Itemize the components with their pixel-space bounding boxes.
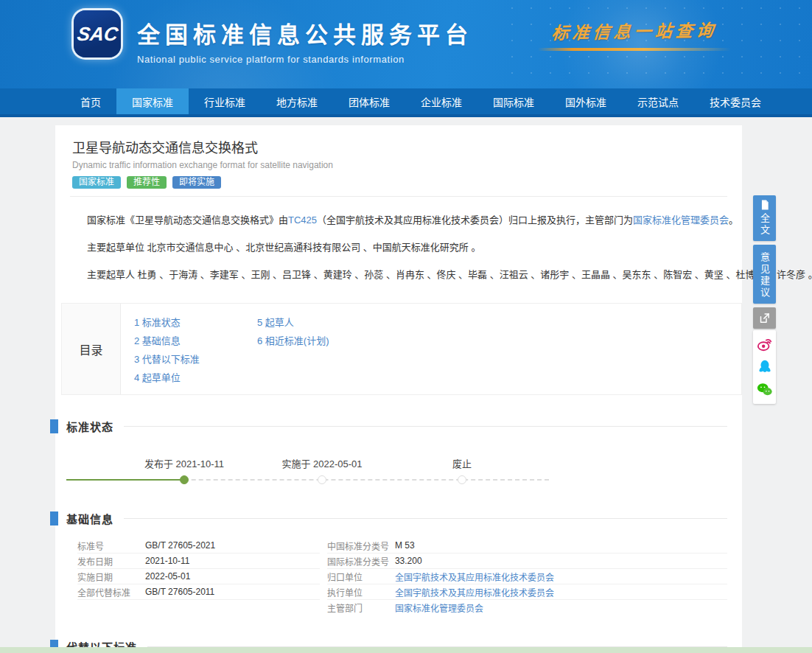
table-of-contents: 目录 1 标准状态 2 基础信息 3 代替以下标准 4 起草单位 5 起草人 6…	[61, 303, 742, 395]
section-marker	[50, 419, 58, 433]
toc-item-status[interactable]: 1 标准状态	[134, 313, 257, 332]
table-row: 执行单位 全国宇航技术及其应用标准化技术委员会	[327, 584, 727, 600]
section-basic-header: 基础信息	[50, 511, 727, 526]
table-row-empty	[77, 600, 320, 615]
toc-links: 1 标准状态 2 基础信息 3 代替以下标准 4 起草单位 5 起草人 6 相近…	[121, 304, 741, 394]
section-header-line	[124, 426, 727, 427]
p1-text-end: 。	[729, 214, 738, 226]
standard-detail-card: 卫星导航动态交通信息交换格式 Dynamic traffic informati…	[55, 125, 742, 653]
basic-info-right-table: 中国标准分类号 M 53 国际标准分类号 33.200 归口单位 全国宇航技术及…	[327, 538, 727, 615]
toc-column-1: 1 标准状态 2 基础信息 3 代替以下标准 4 起草单位	[134, 313, 257, 387]
table-row: 国际标准分类号 33.200	[327, 554, 727, 569]
competent-department-link[interactable]: 国家标准化管理委员会	[395, 601, 483, 614]
document-icon	[760, 200, 770, 210]
site-titles: 全国标准信息公共服务平台 National public service pla…	[137, 16, 473, 65]
centralized-unit-link[interactable]: 全国宇航技术及其应用标准化技术委员会	[395, 570, 554, 583]
toc-item-drafters[interactable]: 5 起草人	[257, 313, 329, 332]
section-basic-title: 基础信息	[66, 511, 113, 526]
feedback-label: 意见建议	[757, 252, 771, 299]
intro-paragraph-1: 国家标准《卫星导航动态交通信息交换格式》由TC425（全国宇航技术及其应用标准化…	[70, 212, 727, 226]
nav-item-technical-committees[interactable]: 技术委员会	[694, 88, 777, 114]
site-title: 全国标准信息公共服务平台	[137, 16, 473, 49]
nav-bottom-strip	[0, 114, 812, 117]
section-status-title: 标准状态	[66, 419, 113, 434]
toc-item-replaces[interactable]: 3 代替以下标准	[134, 350, 257, 369]
page: SAC 全国标准信息公共服务平台 National public service…	[0, 0, 812, 653]
table-row: 归口单位 全国宇航技术及其应用标准化技术委员会	[327, 569, 727, 584]
timeline-label-abolished: 废止	[396, 456, 528, 470]
slogan-underline	[538, 48, 731, 51]
row-label: 标准号	[77, 539, 145, 552]
section-status-header: 标准状态	[50, 419, 727, 434]
tc425-link[interactable]: TC425	[288, 214, 317, 226]
toc-label: 目录	[62, 304, 121, 394]
logo-text: SAC	[75, 23, 119, 46]
main-nav: 首页 国家标准 行业标准 地方标准 团体标准 企业标准 国际标准 国外标准 示范…	[0, 88, 812, 114]
row-value: GB/T 27605-2011	[145, 587, 214, 597]
intro-paragraph-drafters: 主要起草人 杜勇 、于海涛 、李建军 、王刚 、吕卫锋 、黄建玲 、孙蕊 、肖冉…	[70, 267, 727, 281]
toc-item-basic-info[interactable]: 2 基础信息	[134, 332, 257, 350]
share-icon	[759, 312, 770, 324]
section-header-line	[124, 518, 727, 519]
table-row: 发布日期 2021-10-11	[77, 554, 320, 569]
weibo-icon[interactable]	[757, 336, 773, 352]
site-subtitle: National public service platform for sta…	[137, 54, 473, 65]
nav-item-international-standards[interactable]: 国际标准	[477, 88, 550, 114]
timeline-label-implemented: 实施于 2022-05-01	[256, 456, 388, 470]
row-value: 33.200	[395, 556, 422, 566]
share-button[interactable]	[753, 307, 776, 329]
status-timeline: 发布于 2021-10-11 实施于 2022-05-01 废止	[66, 452, 553, 487]
row-value: 2022-05-01	[145, 571, 190, 582]
p1-text-mid: （全国宇航技术及其应用标准化技术委员会）归口上报及执行，主管部门为	[317, 214, 633, 226]
basic-info-left-table: 标准号 GB/T 27605-2021 发布日期 2021-10-11 实施日期…	[77, 538, 320, 615]
intro-paragraphs: 国家标准《卫星导航动态交通信息交换格式》由TC425（全国宇航技术及其应用标准化…	[70, 212, 727, 281]
wechat-icon[interactable]	[757, 382, 773, 398]
badge-recommended: 推荐性	[127, 176, 167, 189]
nav-item-group-standards[interactable]: 团体标准	[333, 88, 405, 114]
nav-item-foreign-standards[interactable]: 国外标准	[550, 88, 622, 114]
slogan-block: 标准信息一站查询	[538, 18, 731, 51]
table-row: 中国标准分类号 M 53	[327, 538, 727, 554]
table-row: 标准号 GB/T 27605-2021	[77, 538, 320, 554]
sac-committee-link[interactable]: 国家标准化管理委员会	[633, 214, 729, 226]
executing-unit-link[interactable]: 全国宇航技术及其应用标准化技术委员会	[395, 586, 554, 598]
badge-national-standard: 国家标准	[72, 176, 121, 189]
timeline-dot-abolished	[458, 475, 466, 484]
timeline-label-published: 发布于 2021-10-11	[118, 456, 251, 470]
intro-paragraph-drafting-units: 主要起草单位 北京市交通信息中心 、北京世纪高通科技有限公司 、中国航天标准化研…	[70, 240, 727, 254]
nav-item-local-standards[interactable]: 地方标准	[261, 88, 333, 114]
row-value: M 53	[395, 540, 415, 551]
timeline-dot-implemented	[318, 475, 326, 484]
row-label: 主管部门	[327, 601, 395, 614]
row-label: 归口单位	[327, 570, 395, 583]
section-marker	[50, 511, 58, 525]
row-label: 执行单位	[327, 586, 395, 598]
row-label: 国际标准分类号	[327, 555, 395, 568]
row-value: GB/T 27605-2021	[145, 540, 215, 551]
table-row: 主管部门 国家标准化管理委员会	[327, 600, 727, 615]
standard-title-en: Dynamic traffic information exchange for…	[70, 160, 727, 170]
row-label: 中国标准分类号	[327, 539, 395, 552]
toc-item-similar-standards[interactable]: 6 相近标准(计划)	[257, 332, 329, 350]
title-divider	[70, 196, 727, 197]
fulltext-button[interactable]: 全文	[753, 195, 776, 241]
nav-item-pilot-projects[interactable]: 示范试点	[622, 88, 694, 114]
table-row: 全部代替标准 GB/T 27605-2011	[77, 584, 320, 600]
nav-item-enterprise-standards[interactable]: 企业标准	[405, 88, 477, 114]
row-value: 2021-10-11	[145, 556, 190, 566]
nav-item-home[interactable]: 首页	[65, 88, 116, 114]
basic-info-tables: 标准号 GB/T 27605-2021 发布日期 2021-10-11 实施日期…	[70, 538, 727, 615]
logo[interactable]: SAC	[74, 10, 121, 57]
badges-row: 国家标准 推荐性 即将实施	[70, 176, 727, 189]
row-label: 全部代替标准	[77, 586, 145, 598]
standard-title: 卫星导航动态交通信息交换格式	[70, 137, 727, 156]
feedback-button[interactable]: 意见建议	[753, 245, 776, 304]
nav-item-industry-standards[interactable]: 行业标准	[189, 88, 261, 114]
table-row: 实施日期 2022-05-01	[77, 569, 320, 584]
toc-item-drafting-units[interactable]: 4 起草单位	[134, 369, 257, 387]
toc-column-2: 5 起草人 6 相近标准(计划)	[257, 313, 329, 387]
site-header: SAC 全国标准信息公共服务平台 National public service…	[0, 0, 812, 88]
nav-item-national-standards[interactable]: 国家标准	[116, 88, 189, 114]
qq-icon[interactable]	[757, 359, 773, 375]
row-label: 实施日期	[77, 570, 145, 583]
